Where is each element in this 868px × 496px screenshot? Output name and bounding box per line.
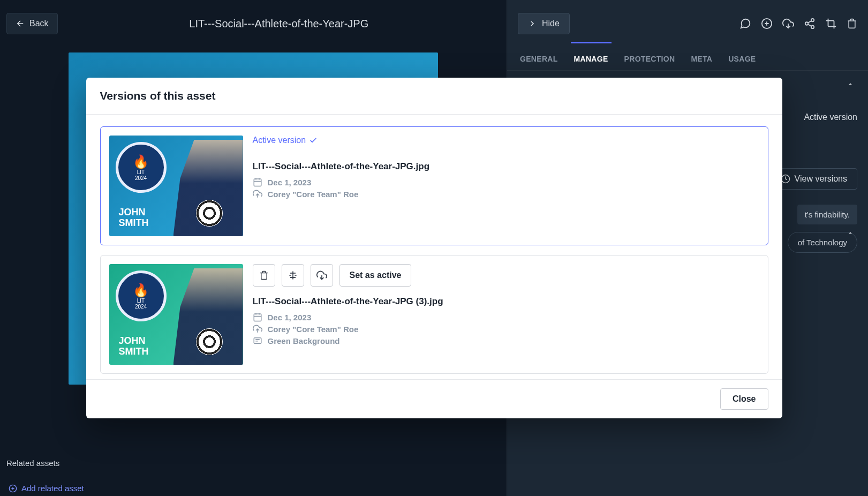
badge-year: 2024 (135, 175, 147, 181)
version-card[interactable]: 🔥 LIT 2024 JOHN SMITH (100, 255, 768, 374)
badge-emblem: 🔥 LIT 2024 (116, 270, 167, 321)
player-name: JOHN SMITH (119, 336, 149, 357)
version-date: Dec 1, 2023 (253, 312, 759, 322)
set-as-active-button[interactable]: Set as active (339, 264, 412, 287)
soccer-ball-icon (196, 328, 223, 355)
version-thumbnail: 🔥 LIT 2024 JOHN SMITH (109, 264, 243, 365)
close-modal-button[interactable]: Close (720, 388, 768, 410)
version-note: Green Background (253, 336, 759, 345)
active-version-badge: Active version (253, 136, 759, 145)
versions-modal: Versions of this asset 🔥 LIT 2024 JOHN S… (86, 78, 782, 418)
player-name: JOHN SMITH (119, 207, 149, 229)
compare-version-button[interactable] (282, 264, 304, 287)
badge-emblem: 🔥 LIT 2024 (116, 142, 167, 193)
version-filename: LIT---Social---Athlete-of-the-Year-JPG (… (253, 296, 759, 307)
soccer-ball-icon (196, 200, 223, 227)
badge-acronym: LIT (137, 298, 145, 304)
versions-modal-backdrop: Versions of this asset 🔥 LIT 2024 JOHN S… (0, 0, 868, 496)
version-card-active[interactable]: 🔥 LIT 2024 JOHN SMITH Active version (100, 126, 768, 245)
version-uploader: Corey "Core Team" Roe (253, 189, 759, 199)
svg-rect-7 (254, 314, 261, 321)
svg-rect-6 (254, 179, 261, 186)
modal-title: Versions of this asset (86, 78, 782, 115)
delete-version-button[interactable] (253, 264, 275, 287)
flame-icon: 🔥 (133, 154, 149, 169)
download-version-button[interactable] (311, 264, 333, 287)
flame-icon: 🔥 (133, 283, 149, 298)
badge-year: 2024 (135, 304, 147, 310)
version-date: Dec 1, 2023 (253, 177, 759, 187)
check-icon (309, 136, 318, 145)
version-filename: LIT---Social---Athlete-of-the-Year-JPG.j… (253, 161, 759, 172)
version-uploader: Corey "Core Team" Roe (253, 324, 759, 334)
version-thumbnail: 🔥 LIT 2024 JOHN SMITH (109, 136, 243, 236)
badge-acronym: LIT (137, 169, 145, 175)
